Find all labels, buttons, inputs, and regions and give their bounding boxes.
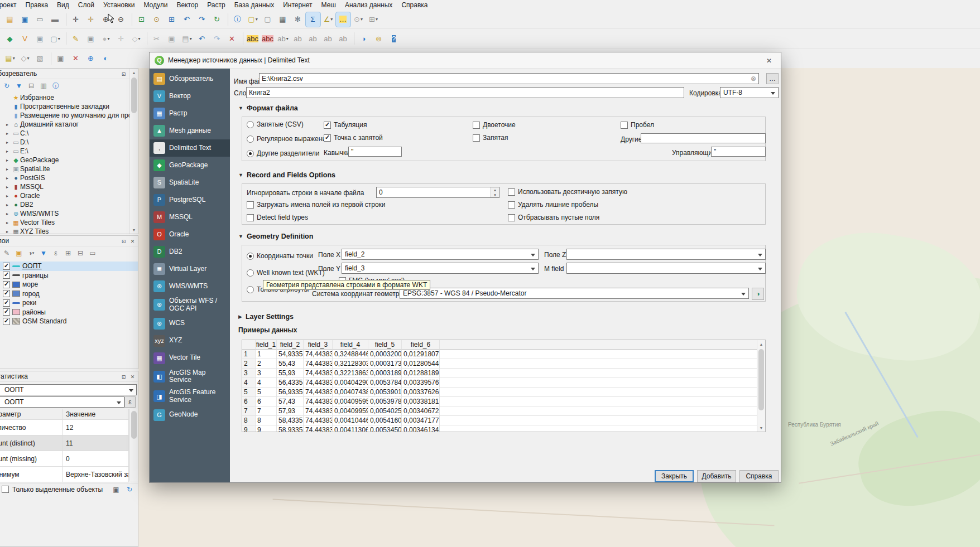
zoom-next-icon[interactable]: ↷ — [195, 12, 209, 27]
expander-icon[interactable]: ▸ — [6, 202, 12, 207]
sample-table-row[interactable]: 8 8 58,43351 74,443838 0,004104461 0,005… — [242, 416, 765, 425]
expander-icon[interactable]: ▸ — [6, 122, 12, 127]
separator[interactable] — [225, 12, 230, 27]
delete-selected-icon[interactable]: ✕ — [225, 31, 239, 46]
zoom-full-icon[interactable]: ⊡ — [134, 12, 149, 27]
annotation-icon[interactable]: … — [336, 12, 350, 27]
first-row-headers-checkbox[interactable]: Загружать имена полей из первой строки — [247, 201, 386, 209]
select-by-polygon-icon[interactable]: ◇ ▾ — [18, 51, 32, 66]
expand-all-icon[interactable]: ⊞ — [63, 248, 73, 258]
add-button[interactable]: Добавить — [697, 470, 736, 482]
scroll-down-icon[interactable]: ▼ — [757, 424, 765, 432]
menu-item[interactable]: База данных — [230, 0, 278, 10]
browser-item[interactable]: ▸ ⌂ Домашний каталог — [0, 120, 129, 129]
browse-button[interactable]: … — [766, 73, 779, 84]
browser-item[interactable]: ▮ Размещение по умолчанию для проекта — [0, 111, 129, 120]
expander-icon[interactable]: ▸ — [6, 220, 12, 225]
digitize-icon[interactable]: ● ▾ — [99, 31, 113, 46]
tab-checkbox[interactable]: Табуляция — [324, 121, 367, 129]
zoom-to-native-icon[interactable]: ⊕ — [84, 51, 98, 66]
scroll-up-icon[interactable]: ▲ — [757, 340, 765, 348]
menu-item[interactable]: Установки — [99, 0, 139, 10]
layer-visibility-checkbox[interactable] — [3, 263, 10, 270]
layer-visibility-checkbox[interactable] — [3, 318, 10, 325]
browser-scrollbar[interactable]: ▲ ▼ — [129, 69, 138, 234]
select-by-form-icon[interactable]: ▤ ▾ — [3, 51, 17, 66]
layer-name-input[interactable]: Книга2 — [246, 87, 684, 98]
zoom-to-layer-icon[interactable]: ⊞ — [165, 12, 179, 27]
float-panel-icon[interactable]: ⊡ — [120, 238, 127, 245]
zoom-out-icon[interactable]: ⊖ — [114, 12, 128, 27]
move-feature-icon[interactable]: ✛ — [114, 31, 128, 46]
scrollbar-thumb[interactable] — [758, 349, 764, 410]
layer-item[interactable]: границы — [0, 271, 138, 280]
sidebar-item-postgresql[interactable]: P PostgreSQL — [150, 191, 230, 209]
regex-radio[interactable]: Регулярное выражение — [247, 135, 330, 143]
scroll-down-icon[interactable]: ▼ — [130, 226, 138, 234]
separator[interactable] — [240, 31, 245, 46]
menu-item[interactable]: Слой — [74, 0, 99, 10]
y-field-combo[interactable]: field_3 — [342, 263, 539, 274]
records-section-header[interactable]: ▼ Record and Fields Options — [238, 171, 335, 179]
expander-icon[interactable]: ▸ — [6, 229, 12, 234]
custom-delimiters-radio[interactable]: Другие разделители — [247, 149, 320, 157]
sidebar-item-mesh[interactable]: ▲ Mesh данные — [150, 122, 230, 139]
browser-item[interactable]: ▸ ▮ MSSQL — [0, 182, 129, 191]
menu-item[interactable]: Вектор — [172, 0, 203, 10]
skip-lines-spinbox[interactable]: 0 ▲▼ — [376, 187, 499, 198]
browser-item[interactable]: ▸ ▦ XYZ Tiles — [0, 227, 129, 234]
new-project-icon[interactable]: ▯ — [0, 12, 2, 27]
expander-icon[interactable]: ▸ — [6, 158, 12, 163]
decimal-comma-checkbox[interactable]: Использовать десятичную запятую — [508, 188, 627, 196]
statistics-row[interactable]: Count (distinct) 11 — [0, 435, 129, 451]
semicolon-checkbox[interactable]: Точка с запятой — [324, 134, 383, 142]
layer-item[interactable]: море — [0, 280, 138, 289]
expander-icon[interactable]: ▸ — [6, 176, 12, 181]
dialog-close-button[interactable]: ✕ — [757, 52, 781, 69]
wkt-radio[interactable]: Well known text (WKT) — [247, 269, 325, 277]
new-spatialite-layer-icon[interactable]: ▣ — [33, 31, 47, 46]
separator[interactable] — [351, 31, 356, 46]
zoom-last-icon[interactable]: ↶ — [180, 12, 194, 27]
crs-picker-icon[interactable]: ◑ — [752, 288, 764, 300]
layer-labeling-icon[interactable]: abc — [246, 31, 260, 46]
zoom-to-selection-icon[interactable]: ⊙ — [150, 12, 164, 27]
browser-item[interactable]: ▸ ▣ SpatiaLite — [0, 164, 129, 173]
selection-tool-icon[interactable]: ▸ ▾ — [0, 51, 2, 66]
open-layer-styling-icon[interactable]: ✎ — [2, 248, 12, 258]
layer-item[interactable]: город — [0, 289, 138, 299]
save-project-icon[interactable]: ▣ — [18, 12, 32, 27]
x-field-combo[interactable]: field_2 — [342, 249, 539, 260]
new-geopackage-layer-icon[interactable]: ◆ — [3, 31, 17, 46]
paste-features-icon[interactable]: ▤ ▾ — [180, 31, 194, 46]
sidebar-item-oracle[interactable]: O Oracle — [150, 226, 230, 243]
vertex-tool-icon[interactable]: ◇ ▾ — [129, 31, 143, 46]
scrollbar-thumb[interactable] — [131, 78, 137, 113]
layer-settings-section-header[interactable]: ▶ Layer Settings — [238, 313, 294, 321]
refresh-map-icon[interactable]: ↻ — [210, 12, 224, 27]
browser-info-icon[interactable]: ⓘ — [51, 81, 61, 91]
browser-item[interactable]: ▸ ▦ Vector Tiles — [0, 218, 129, 227]
close-button[interactable]: Закрыть — [655, 470, 694, 482]
menu-item[interactable]: Правка — [21, 0, 53, 10]
sample-table-row[interactable]: 6 6 57,43 74,443838 0,004095957 0,005397… — [242, 397, 765, 406]
scrollbar-thumb[interactable] — [131, 411, 137, 439]
space-checkbox[interactable]: Пробел — [621, 121, 654, 129]
highlight-labels-icon[interactable]: ab — [291, 31, 305, 46]
expander-icon[interactable]: ▸ — [6, 211, 12, 216]
statistics-scrollbar[interactable] — [129, 409, 138, 481]
sidebar-item-db2[interactable]: D DB2 — [150, 243, 230, 260]
sidebar-item-spatialite[interactable]: S SpatiaLite — [150, 174, 230, 191]
new-map-view-icon[interactable]: ⊞ ▾ — [366, 12, 381, 27]
sample-table-row[interactable]: 4 4 56,43351 74,443838 0,004042908 0,005… — [242, 378, 765, 388]
statistics-field-combo[interactable]: ООПТ — [0, 396, 124, 408]
options-icon[interactable]: ✻ — [291, 12, 305, 27]
search-icon[interactable]: ⊙ ▾ — [351, 12, 366, 27]
expander-icon[interactable]: ▸ — [6, 193, 12, 199]
sidebar-item-geonode[interactable]: G GeoNode — [150, 406, 230, 424]
sidebar-item-virtual-layer[interactable]: ≣ Virtual Layer — [150, 260, 230, 278]
layer-visibility-checkbox[interactable] — [3, 290, 10, 297]
scroll-up-icon[interactable]: ▲ — [130, 69, 138, 76]
change-label-icon[interactable]: ab — [336, 31, 350, 46]
help-contents-icon[interactable]: ? — [387, 31, 401, 46]
